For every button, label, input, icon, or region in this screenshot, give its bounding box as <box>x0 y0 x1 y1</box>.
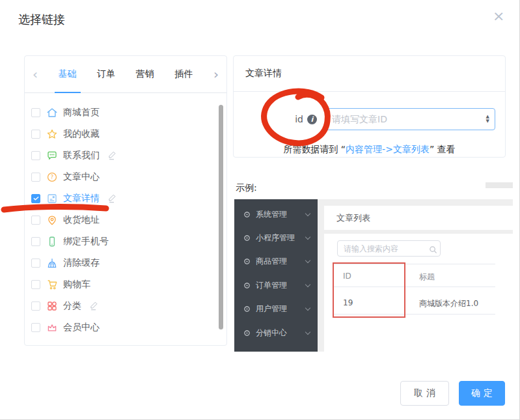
list-item[interactable]: 清除缓存 <box>28 252 226 273</box>
crown-icon <box>46 322 58 333</box>
id-label: id <box>295 114 303 124</box>
example-id-column-highlight <box>333 262 405 318</box>
list-item-label: 购物车 <box>63 279 90 290</box>
table-cell-title: 商城版本介绍1.0 <box>419 298 478 309</box>
example-list-title: 文章列表 <box>324 206 513 230</box>
list-item-label: 收货地址 <box>63 214 100 226</box>
example-sidebar-label: 系统管理 <box>256 209 287 220</box>
example-section-label: 示例: <box>236 182 257 194</box>
checkbox[interactable] <box>31 216 40 225</box>
cart-icon <box>46 279 58 290</box>
checkbox[interactable] <box>31 173 40 182</box>
stepper-down-icon[interactable]: ▼ <box>486 119 489 124</box>
checkbox[interactable] <box>31 280 40 289</box>
id-field-row: id i ▲▼ <box>234 108 505 130</box>
pin-icon <box>243 329 251 337</box>
example-screenshot: 系统管理 小程序管理 商品管理 订单管理 用户管理 分销中心 文章列表 ID 标… <box>234 199 513 352</box>
list-item[interactable]: 文章详情 <box>28 188 226 209</box>
chevron-down-icon <box>305 282 310 287</box>
pin-icon <box>243 234 251 242</box>
example-sidebar-label: 小程序管理 <box>256 232 295 244</box>
list-item-label: 文章详情 <box>63 193 100 204</box>
example-sidebar-item: 订单管理 <box>234 273 318 297</box>
chevron-down-icon <box>305 305 310 311</box>
number-stepper[interactable]: ▲▼ <box>486 115 489 124</box>
tab-marketing[interactable]: 营销 <box>135 56 156 92</box>
list-item[interactable]: 我的收藏 <box>28 123 226 145</box>
example-admin-sidebar: 系统管理 小程序管理 商品管理 订单管理 用户管理 分销中心 <box>234 199 318 352</box>
example-sidebar-label: 商品管理 <box>256 256 287 267</box>
pin-icon <box>243 211 251 218</box>
cancel-button[interactable]: 取消 <box>400 381 449 406</box>
article-id-input[interactable] <box>325 108 495 130</box>
edit-icon[interactable] <box>107 150 117 161</box>
list-item[interactable]: 绑定手机号 <box>28 231 226 252</box>
article-detail-panel: 文章详情 id i ▲▼ 所需数据请到 “内容管理->文章列表” 查看 <box>233 55 506 158</box>
chat-icon <box>46 150 58 161</box>
checkbox[interactable] <box>31 301 40 311</box>
checkbox[interactable] <box>31 130 40 139</box>
table-header-title: 标题 <box>419 272 435 283</box>
list-item[interactable]: 联系我们 <box>28 145 226 166</box>
chevron-down-icon <box>305 258 310 263</box>
phone-icon <box>46 236 58 247</box>
tabs-prev-icon[interactable]: ‹ <box>31 68 39 81</box>
checkbox[interactable] <box>31 237 40 246</box>
location-icon <box>46 214 58 226</box>
example-sidebar-label: 用户管理 <box>256 303 287 315</box>
checkbox[interactable] <box>31 259 40 268</box>
tip-suffix: ” 查看 <box>430 144 456 154</box>
checkbox[interactable] <box>31 323 40 332</box>
list-item-label: 绑定手机号 <box>63 236 109 247</box>
list-item[interactable]: ? 文章中心 <box>28 166 226 188</box>
pin-icon <box>243 305 251 313</box>
star-icon <box>46 128 58 140</box>
tabs-next-icon[interactable]: › <box>212 68 220 81</box>
checkbox[interactable] <box>31 108 40 117</box>
list-scrollbar[interactable] <box>219 105 223 329</box>
list-item-label: 分类 <box>63 300 81 312</box>
tab-plugin[interactable]: 插件 <box>173 56 194 92</box>
list-item-label: 清除缓存 <box>63 257 100 269</box>
example-sidebar-item: 系统管理 <box>234 203 318 226</box>
confirm-button[interactable]: 确定 <box>459 381 505 406</box>
example-search-input <box>337 240 441 257</box>
example-edge-fragment <box>486 182 513 188</box>
example-sidebar-item: 用户管理 <box>234 298 318 321</box>
example-sidebar-item: 小程序管理 <box>234 226 318 249</box>
list-item[interactable]: 收货地址 <box>28 209 226 231</box>
content-manage-link[interactable]: 内容管理->文章列表 <box>346 144 430 154</box>
tab-basic[interactable]: 基础 <box>57 56 78 92</box>
example-sidebar-label: 分销中心 <box>256 328 287 339</box>
edit-icon[interactable] <box>107 193 117 204</box>
data-source-tip: 所需数据请到 “内容管理->文章列表” 查看 <box>234 144 505 156</box>
panel-header: 文章详情 <box>234 56 505 92</box>
tab-order[interactable]: 订单 <box>96 56 116 92</box>
broom-icon <box>46 257 58 269</box>
list-item-label: 会员中心 <box>63 322 100 333</box>
list-item[interactable]: 分类 <box>28 295 226 316</box>
list-item-label: 联系我们 <box>63 150 100 161</box>
close-icon[interactable]: × <box>493 9 504 23</box>
search-icon <box>429 244 437 253</box>
help-icon: ? <box>46 171 58 183</box>
edit-icon[interactable] <box>89 300 99 311</box>
category-icon <box>46 300 58 312</box>
chevron-down-icon <box>305 234 310 240</box>
document-icon <box>46 193 58 204</box>
checkbox-checked[interactable] <box>31 194 40 203</box>
svg-text:?: ? <box>51 174 53 180</box>
list-item[interactable]: 会员中心 <box>28 316 226 338</box>
list-item-label: 商城首页 <box>63 107 100 119</box>
info-icon[interactable]: i <box>307 115 317 124</box>
example-sidebar-label: 订单管理 <box>256 280 287 291</box>
checkbox[interactable] <box>31 151 40 160</box>
list-item-label: 文章中心 <box>63 171 100 183</box>
home-icon <box>46 107 58 119</box>
chevron-down-icon <box>305 210 310 216</box>
list-item[interactable]: 购物车 <box>28 273 226 295</box>
pin-icon <box>243 258 251 265</box>
example-sidebar-item: 商品管理 <box>234 250 318 273</box>
link-list: 商城首页 我的收藏 联系我们 ? 文章中心 文章详情 <box>25 93 226 338</box>
list-item[interactable]: 商城首页 <box>28 102 226 123</box>
